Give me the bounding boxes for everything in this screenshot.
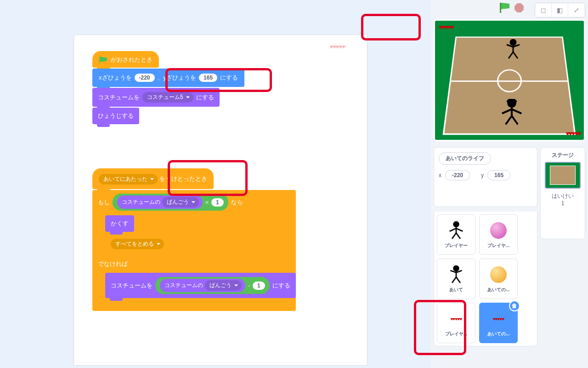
stage-size-toggles: ◻ ◧ ⤢	[535, 3, 585, 17]
stop-dropdown[interactable]: すべてをとめる	[111, 239, 164, 249]
minus-operator[interactable]: コスチュームの ばんごう - 1	[155, 277, 270, 294]
sprite-tile-opponent[interactable]: あいて	[437, 259, 475, 299]
hat-green-flag[interactable]: がおされたとき	[92, 51, 159, 68]
hide-block[interactable]: かくす	[105, 215, 134, 232]
svg-line-25	[456, 277, 460, 283]
stage-title: ステージ	[543, 151, 582, 159]
backdrop-label: はいけい	[543, 192, 582, 200]
large-stage-button[interactable]: ◧	[552, 3, 568, 17]
x-label: x	[439, 172, 441, 178]
switch-costume-block[interactable]: コスチュームを コスチューム5 にする	[92, 88, 220, 107]
sprite-preview-hearts: ♥♥♥♥♥	[329, 43, 345, 50]
message-dropdown[interactable]: あいてにあたった	[99, 174, 158, 184]
show-block[interactable]: ひょうじする	[92, 108, 139, 124]
hat-receive-message[interactable]: あいてにあたった をうけとったとき	[92, 168, 214, 189]
sprite-tile-opponent-ball[interactable]: あいての...	[479, 259, 518, 299]
x-input[interactable]: -220	[135, 74, 155, 82]
opponent-life-hearts: ♥♥♥♥♥	[439, 23, 453, 31]
sprite-tile-opponent-life[interactable]: 🗑 ♥♥♥♥♥ あいての...	[479, 303, 518, 343]
svg-line-10	[506, 116, 512, 124]
equals-operator[interactable]: コスチュームの ばんごう = 1	[113, 194, 228, 211]
svg-line-11	[512, 116, 518, 124]
svg-line-18	[452, 233, 456, 239]
svg-line-8	[502, 109, 512, 113]
fullscreen-button[interactable]: ⤢	[568, 3, 585, 17]
sprite-tile-player[interactable]: プレイヤー	[437, 214, 475, 255]
sprite-info-panel: あいてのライフ x -220 y 165	[434, 147, 537, 207]
stage-selector[interactable]: ステージ はいけい 1	[540, 147, 585, 239]
switch-costume-expr-block[interactable]: コスチュームを コスチュームの ばんごう - 1 にする	[105, 273, 296, 298]
small-stage-button[interactable]: ◻	[535, 3, 552, 17]
stop-all-block[interactable]: すべてをとめる	[105, 235, 170, 253]
stop-button[interactable]	[514, 3, 524, 12]
if-else-block[interactable]: もし コスチュームの ばんごう = 1 なら かくす すべてをとめる	[92, 190, 296, 311]
costume-attr-dropdown-2[interactable]: ばんごう	[205, 280, 242, 291]
hat-label: がおされたとき	[111, 56, 153, 63]
y-label: y	[481, 172, 484, 178]
right-panel: ◻ ◧ ⤢ ♥♥♥♥♥ ♥♥♥♥♥ あいてのライフ x -220 y 165 ス…	[431, 0, 588, 368]
script-area[interactable]: ♥♥♥♥♥ がおされたとき xざひょうを -220 、yざひょうを 165 にす…	[74, 34, 368, 366]
svg-line-16	[450, 229, 456, 231]
stage-thumbnail[interactable]	[545, 162, 581, 189]
sprite-tile-player-life[interactable]: ♥♥♥♥♥ プレイヤ...	[437, 303, 475, 343]
costume-dropdown[interactable]: コスチューム5	[142, 92, 193, 103]
delete-sprite-button[interactable]: 🗑	[509, 300, 520, 311]
y-input[interactable]: 165	[199, 74, 217, 82]
player-life-hearts: ♥♥♥♥♥	[565, 130, 580, 137]
svg-point-20	[454, 266, 459, 271]
svg-line-19	[456, 233, 460, 239]
player-sprite[interactable]	[499, 99, 524, 131]
svg-point-0	[510, 40, 516, 45]
costume-number-reporter[interactable]: コスチュームの ばんごう	[117, 196, 203, 209]
costume-number-reporter-2[interactable]: コスチュームの ばんごう	[160, 279, 245, 292]
backdrop-count: 1	[543, 200, 582, 207]
x-value[interactable]: -220	[445, 170, 470, 180]
y-value[interactable]: 165	[487, 170, 510, 180]
sprite-list: プレイヤー プレイヤ... あいて あいての... ♥♥♥♥♥ プレイヤ... …	[434, 212, 537, 346]
opponent-sprite[interactable]	[504, 39, 522, 63]
minus-value[interactable]: 1	[253, 282, 265, 290]
costume-attr-dropdown[interactable]: ばんごう	[162, 197, 199, 207]
sprite-tile-player-ball[interactable]: プレイヤ...	[479, 214, 518, 255]
stage[interactable]: ♥♥♥♥♥ ♥♥♥♥♥	[434, 19, 585, 141]
svg-line-17	[456, 229, 463, 231]
equals-value[interactable]: 1	[211, 198, 224, 207]
svg-line-24	[452, 277, 456, 283]
svg-point-14	[454, 222, 459, 227]
svg-line-4	[509, 52, 513, 58]
goto-xy-block[interactable]: xざひょうを -220 、yざひょうを 165 にする	[92, 69, 244, 87]
flag-icon	[99, 57, 107, 64]
highlight-stage-hearts	[361, 14, 421, 40]
sprite-name-field[interactable]: あいてのライフ	[439, 152, 491, 165]
svg-line-9	[512, 109, 521, 113]
green-flag-button[interactable]	[500, 3, 510, 13]
svg-line-5	[513, 52, 518, 58]
